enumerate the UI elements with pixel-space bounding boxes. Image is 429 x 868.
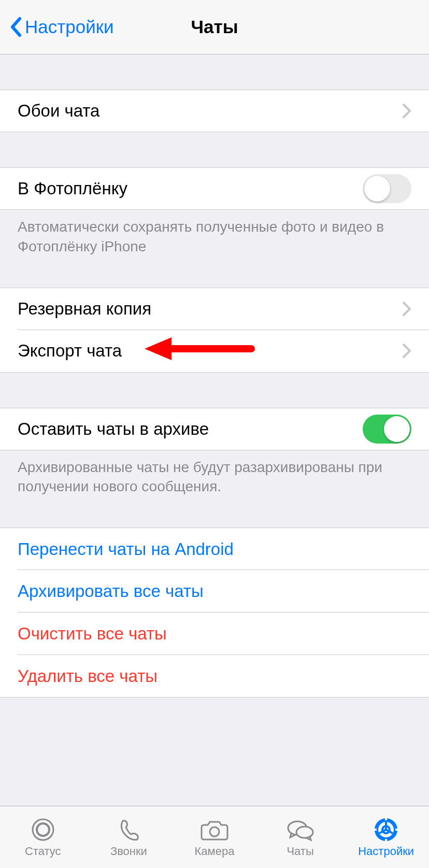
tab-calls[interactable]: Звонки: [86, 806, 172, 868]
annotation-arrow-icon: [142, 333, 256, 368]
tab-camera[interactable]: Камера: [171, 806, 258, 868]
backup-label: Резервная копия: [18, 299, 151, 319]
svg-marker-1: [145, 337, 171, 360]
tab-calls-label: Звонки: [110, 845, 147, 858]
svg-rect-15: [374, 829, 377, 831]
svg-rect-13: [385, 817, 387, 820]
chat-icon: [286, 817, 315, 843]
keep-archived-toggle[interactable]: [363, 415, 411, 444]
chevron-right-icon: [402, 343, 411, 359]
status-icon: [30, 817, 56, 843]
export-chat-label: Экспорт чата: [18, 341, 122, 361]
keep-archived-row[interactable]: Оставить чаты в архиве: [0, 408, 429, 450]
move-to-android-label: Перенести чаты на Android: [18, 539, 234, 559]
tab-settings-label: Настройки: [358, 845, 414, 858]
tab-settings[interactable]: Настройки: [343, 806, 429, 868]
back-label: Настройки: [25, 17, 114, 37]
wallpaper-row[interactable]: Обои чата: [0, 90, 429, 132]
save-to-camera-roll-label: В Фотоплёнку: [18, 179, 127, 198]
tab-chats[interactable]: Чаты: [258, 806, 344, 868]
svg-rect-14: [385, 839, 387, 842]
archive-all-label: Архивировать все чаты: [18, 581, 204, 601]
back-button[interactable]: Настройки: [0, 17, 114, 37]
chevron-right-icon: [402, 103, 411, 119]
delete-all-label: Удалить все чаты: [18, 666, 158, 686]
wallpaper-label: Обои чата: [18, 101, 99, 121]
clear-all-row[interactable]: Очистить все чаты: [0, 613, 429, 655]
camera-icon: [201, 817, 228, 843]
navbar: Настройки Чаты: [0, 0, 429, 54]
chevron-left-icon: [9, 17, 22, 37]
tab-status-label: Статус: [25, 845, 61, 858]
chevron-right-icon: [402, 301, 411, 317]
svg-point-4: [210, 827, 219, 836]
tab-bar: Статус Звонки Камера Чаты: [0, 806, 429, 868]
save-to-camera-roll-toggle[interactable]: [363, 174, 411, 203]
keep-archived-label: Оставить чаты в архиве: [18, 419, 209, 439]
move-to-android-row[interactable]: Перенести чаты на Android: [0, 528, 429, 570]
backup-row[interactable]: Резервная копия: [0, 288, 429, 330]
delete-all-row[interactable]: Удалить все чаты: [0, 655, 429, 698]
clear-all-label: Очистить все чаты: [18, 624, 167, 644]
svg-rect-16: [395, 829, 398, 831]
archive-all-row[interactable]: Архивировать все чаты: [0, 570, 429, 613]
tab-chats-label: Чаты: [287, 845, 313, 858]
phone-icon: [116, 817, 141, 843]
svg-point-3: [37, 823, 49, 836]
export-chat-row[interactable]: Экспорт чата: [0, 330, 429, 373]
save-to-camera-roll-footer: Автоматически сохранять полученные фото …: [0, 210, 429, 259]
save-to-camera-roll-row[interactable]: В Фотоплёнку: [0, 167, 429, 210]
gear-icon: [373, 817, 399, 843]
keep-archived-footer: Архивированные чаты не будут разархивиро…: [0, 450, 429, 499]
tab-status[interactable]: Статус: [0, 806, 86, 868]
tab-camera-label: Камера: [195, 845, 235, 858]
